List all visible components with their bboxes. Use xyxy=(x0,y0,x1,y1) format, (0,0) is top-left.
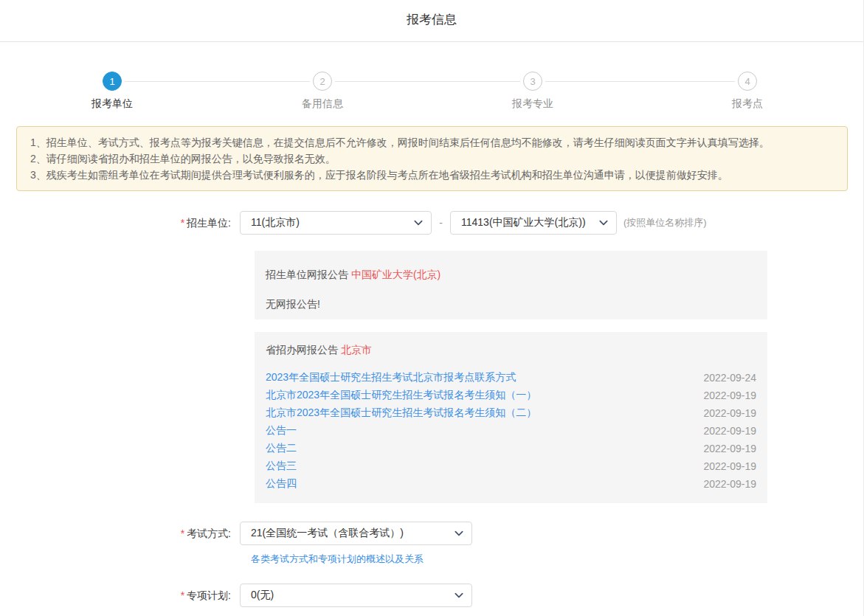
unit-sort-hint: (按照单位名称排序) xyxy=(623,211,707,235)
announcement-row: 2023年全国硕士研究生招生考试北京市报考点联系方式 2022-09-24 xyxy=(266,369,756,387)
province-name-text: 北京市 xyxy=(341,344,372,356)
step-item-major: 3 报考专业 xyxy=(512,72,553,111)
step-number-badge: 1 xyxy=(103,72,122,91)
required-asterisk: * xyxy=(181,589,184,601)
province-announcement-box: 省招办网报公告 北京市 2023年全国硕士研究生招生考试北京市报考点联系方式 2… xyxy=(255,332,767,503)
announcement-link[interactable]: 公告二 xyxy=(266,442,297,455)
step-item-unit: 1 报考单位 xyxy=(91,72,133,111)
unit-announcement-box: 招生单位网报公告 中国矿业大学(北京) 无网报公告! xyxy=(255,251,767,319)
step-connector xyxy=(125,81,310,82)
special-plan-field-label: *专项计划: xyxy=(0,584,231,607)
notice-line: 1、招生单位、考试方式、报考点等为报考关键信息，在提交信息后不允许修改，网报时间… xyxy=(30,134,834,150)
announcement-date: 2022-09-19 xyxy=(703,407,756,419)
step-wizard: 1 报考单位 2 备用信息 3 报考专业 4 报考点 xyxy=(0,0,863,85)
announcement-link[interactable]: 北京市2023年全国硕士研究生招生考试报名考生须知（一） xyxy=(266,389,536,402)
chevron-down-icon xyxy=(454,590,464,601)
step-number-badge: 2 xyxy=(313,72,332,91)
school-select-value: 11413(中国矿业大学(北京)) xyxy=(461,216,586,229)
announcement-row: 公告一 2022-09-19 xyxy=(266,422,756,440)
chevron-down-icon xyxy=(454,528,464,539)
step-label: 报考点 xyxy=(732,97,763,111)
step-item-exam-site: 4 报考点 xyxy=(732,72,763,111)
chevron-down-icon xyxy=(598,218,609,228)
application-info-page: 报考信息 1 报考单位 2 备用信息 3 报考专业 4 报考点 1、招生单位、考… xyxy=(0,0,864,616)
notice-box: 1、招生单位、考试方式、报考点等为报考关键信息，在提交信息后不允许修改，网报时间… xyxy=(16,126,848,191)
announcement-list: 2023年全国硕士研究生招生考试北京市报考点联系方式 2022-09-24 北京… xyxy=(266,369,756,493)
special-plan-select[interactable]: 0(无) xyxy=(240,584,472,607)
unit-field-label: *招生单位: xyxy=(0,211,231,235)
select-separator: - xyxy=(432,211,450,235)
announcement-date: 2022-09-19 xyxy=(703,460,756,472)
announcement-date: 2022-09-19 xyxy=(703,425,756,437)
announcement-row: 公告三 2022-09-19 xyxy=(266,457,756,475)
no-announcement-text: 无网报公告! xyxy=(266,297,756,311)
province-announcement-title: 省招办网报公告 北京市 xyxy=(266,342,756,357)
province-select-value: 11(北京市) xyxy=(251,216,300,229)
step-number-badge: 4 xyxy=(738,72,757,91)
step-number-badge: 3 xyxy=(523,72,542,91)
announcement-row: 公告二 2022-09-19 xyxy=(266,440,756,457)
announcement-date: 2022-09-24 xyxy=(703,372,756,384)
exam-mode-field-label: *考试方式: xyxy=(0,522,231,545)
chevron-down-icon xyxy=(413,218,424,228)
announcement-row: 北京市2023年全国硕士研究生招生考试报名考生须知（一） 2022-09-19 xyxy=(266,387,756,404)
announcement-date: 2022-09-19 xyxy=(703,390,756,401)
step-item-backup-info: 2 备用信息 xyxy=(302,72,343,111)
special-plan-select-value: 0(无) xyxy=(251,589,274,602)
step-label: 报考单位 xyxy=(91,97,133,111)
exam-mode-select[interactable]: 21(全国统一考试（含联合考试）) xyxy=(240,522,472,545)
announcement-link[interactable]: 公告一 xyxy=(266,424,297,437)
required-asterisk: * xyxy=(181,527,184,539)
step-label: 备用信息 xyxy=(302,97,343,111)
exam-mode-select-value: 21(全国统一考试（含联合考试）) xyxy=(251,527,404,540)
announcement-link[interactable]: 北京市2023年全国硕士研究生招生考试报名考生须知（二） xyxy=(266,406,536,420)
step-connector xyxy=(545,81,735,82)
announcement-row: 公告四 2022-09-19 xyxy=(266,475,756,493)
exam-mode-overview-link[interactable]: 各类考试方式和专项计划的概述以及关系 xyxy=(251,553,424,566)
announcement-date: 2022-09-19 xyxy=(703,443,756,454)
unit-announcement-title: 招生单位网报公告 中国矿业大学(北京) xyxy=(266,267,756,282)
announcement-link[interactable]: 公告四 xyxy=(266,477,297,491)
school-select[interactable]: 11413(中国矿业大学(北京)) xyxy=(450,211,617,235)
announcement-link[interactable]: 公告三 xyxy=(266,460,297,473)
unit-name-text: 中国矿业大学(北京) xyxy=(351,269,440,280)
province-select[interactable]: 11(北京市) xyxy=(240,211,432,235)
notice-line: 2、请仔细阅读省招办和招生单位的网报公告，以免导致报名无效。 xyxy=(30,150,834,167)
notice-line: 3、残疾考生如需组考单位在考试期间提供合理考试便利服务的，应于报名阶段与考点所在… xyxy=(30,167,834,183)
required-asterisk: * xyxy=(181,217,184,229)
step-connector xyxy=(335,81,520,82)
step-label: 报考专业 xyxy=(512,97,553,111)
announcement-row: 北京市2023年全国硕士研究生招生考试报名考生须知（二） 2022-09-19 xyxy=(266,404,756,422)
announcement-date: 2022-09-19 xyxy=(703,478,756,490)
announcement-link[interactable]: 2023年全国硕士研究生招生考试北京市报考点联系方式 xyxy=(266,371,516,384)
